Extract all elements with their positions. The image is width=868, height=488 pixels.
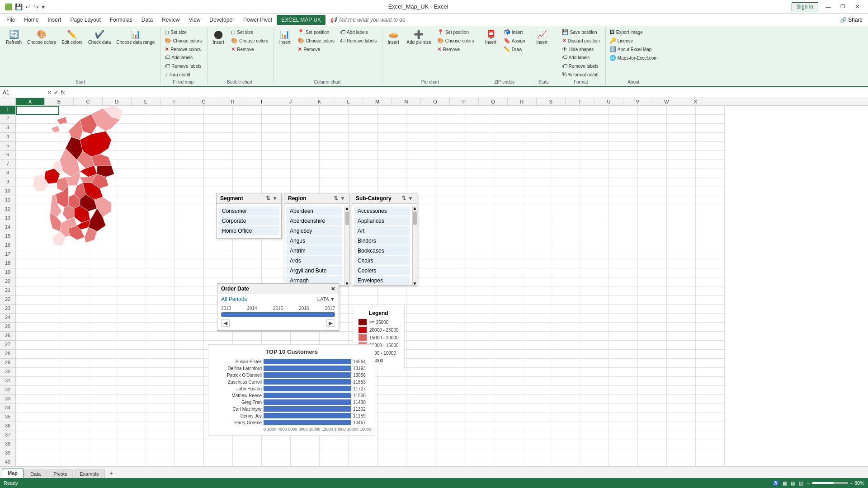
cell-D11[interactable] [117, 196, 146, 205]
cell-B40[interactable] [59, 458, 88, 466]
cell-Q38[interactable] [493, 440, 522, 449]
format-addlabels-button[interactable]: 🏷 Add labels [560, 53, 600, 61]
cell-I1[interactable] [262, 106, 291, 115]
cell-V36[interactable] [638, 422, 667, 431]
sheet-add-button[interactable]: + [106, 468, 117, 478]
cell-X21[interactable] [696, 286, 725, 296]
row-num-6[interactable]: 6 [0, 151, 16, 160]
cell-M2[interactable] [377, 115, 406, 124]
cell-K8[interactable] [320, 169, 349, 178]
cell-O35[interactable] [435, 413, 464, 422]
cell-R35[interactable] [522, 413, 551, 422]
segment-item-homeoffice[interactable]: Home Office [218, 226, 279, 235]
col-header-B[interactable]: B [45, 98, 74, 105]
cell-D40[interactable] [117, 458, 146, 466]
cell-W32[interactable] [667, 386, 696, 395]
cell-E15[interactable] [146, 232, 175, 241]
formula-cancel-icon[interactable]: ✕ [47, 89, 52, 96]
cell-W23[interactable] [667, 305, 696, 314]
cell-R36[interactable] [522, 422, 551, 431]
cell-N22[interactable] [406, 296, 435, 305]
cell-E39[interactable] [146, 449, 175, 458]
cell-C12[interactable] [88, 205, 117, 214]
cell-D24[interactable] [117, 314, 146, 323]
customize-icon[interactable]: ▾ [42, 3, 45, 10]
cell-L6[interactable] [349, 151, 377, 160]
cell-U37[interactable] [609, 431, 638, 440]
cell-X23[interactable] [696, 305, 725, 314]
view-normal-icon[interactable]: ▦ [783, 480, 787, 486]
cell-N29[interactable] [406, 359, 435, 368]
cell-H18[interactable] [233, 259, 262, 268]
cell-T16[interactable] [580, 241, 609, 250]
cell-P40[interactable] [464, 458, 493, 466]
cell-P25[interactable] [464, 323, 493, 332]
cell-P30[interactable] [464, 368, 493, 377]
cell-R7[interactable] [522, 160, 551, 169]
cell-B38[interactable] [59, 440, 88, 449]
cell-Q28[interactable] [493, 350, 522, 359]
cell-P23[interactable] [464, 305, 493, 314]
cell-C27[interactable] [88, 341, 117, 350]
menu-tellme[interactable]: 📢 Tell me what you want to do [326, 15, 410, 25]
cell-D18[interactable] [117, 259, 146, 268]
cell-L3[interactable] [349, 124, 377, 133]
cell-B36[interactable] [59, 422, 88, 431]
cell-F17[interactable] [175, 250, 204, 259]
col-header-L[interactable]: L [334, 98, 363, 105]
cell-B37[interactable] [59, 431, 88, 440]
cell-C13[interactable] [88, 214, 117, 223]
cell-F13[interactable] [175, 214, 204, 223]
row-num-13[interactable]: 13 [0, 214, 16, 223]
cell-R4[interactable] [522, 133, 551, 142]
cell-F21[interactable] [175, 286, 204, 296]
cell-E30[interactable] [146, 368, 175, 377]
cell-V11[interactable] [638, 196, 667, 205]
cell-V23[interactable] [638, 305, 667, 314]
cell-D16[interactable] [117, 241, 146, 250]
cell-F33[interactable] [175, 395, 204, 404]
cell-T32[interactable] [580, 386, 609, 395]
cell-A26[interactable] [16, 332, 59, 341]
cell-V29[interactable] [638, 359, 667, 368]
row-num-15[interactable]: 15 [0, 232, 16, 241]
cell-N25[interactable] [406, 323, 435, 332]
cell-E5[interactable] [146, 142, 175, 151]
cell-A17[interactable] [16, 250, 59, 259]
cell-K6[interactable] [320, 151, 349, 160]
cell-O21[interactable] [435, 286, 464, 296]
cell-K4[interactable] [320, 133, 349, 142]
cell-A36[interactable] [16, 422, 59, 431]
cell-W7[interactable] [667, 160, 696, 169]
row-num-12[interactable]: 12 [0, 205, 16, 214]
filledmap-setsize-button[interactable]: ◻ Set size [163, 28, 203, 36]
format-savepos-button[interactable]: 💾 Save position [560, 28, 602, 36]
cell-W17[interactable] [667, 250, 696, 259]
cell-X28[interactable] [696, 350, 725, 359]
cell-D10[interactable] [117, 187, 146, 196]
cell-O19[interactable] [435, 268, 464, 277]
cell-V6[interactable] [638, 151, 667, 160]
cell-S22[interactable] [551, 296, 580, 305]
cell-K9[interactable] [320, 178, 349, 187]
cell-D3[interactable] [117, 124, 146, 133]
cell-X38[interactable] [696, 440, 725, 449]
cell-S34[interactable] [551, 404, 580, 413]
column-choosecolors-button[interactable]: 🎨 Choose colors [296, 37, 336, 45]
cell-V14[interactable] [638, 223, 667, 232]
cell-O14[interactable] [435, 223, 464, 232]
subcat-scroll-thumb[interactable] [413, 211, 417, 225]
cell-A19[interactable] [16, 268, 59, 277]
cell-F32[interactable] [175, 386, 204, 395]
accessibility-icon[interactable]: ♿ [773, 480, 779, 486]
row-num-32[interactable]: 32 [0, 386, 16, 395]
cell-B39[interactable] [59, 449, 88, 458]
cell-W36[interactable] [667, 422, 696, 431]
cell-Q13[interactable] [493, 214, 522, 223]
cell-W24[interactable] [667, 314, 696, 323]
cell-U16[interactable] [609, 241, 638, 250]
cell-F6[interactable] [175, 151, 204, 160]
cell-W27[interactable] [667, 341, 696, 350]
menu-formulas[interactable]: Formulas [105, 15, 137, 25]
cell-Q23[interactable] [493, 305, 522, 314]
